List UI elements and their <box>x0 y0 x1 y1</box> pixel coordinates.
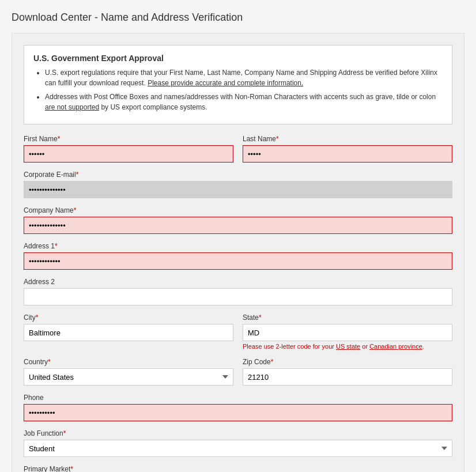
approval-box: U.S. Government Export Approval U.S. exp… <box>24 45 452 124</box>
zipcode-input[interactable] <box>243 368 452 386</box>
company-required: * <box>74 206 77 214</box>
zipcode-group: Zip Code* <box>243 358 452 386</box>
state-hint: Please use 2-letter code for your US sta… <box>243 343 452 350</box>
page-title: Download Center - Name and Address Verif… <box>12 12 464 24</box>
email-label: Corporate E-mail* <box>24 171 452 179</box>
zipcode-required: * <box>271 358 274 366</box>
job-function-label: Job Function* <box>24 429 452 437</box>
form-container: U.S. Government Export Approval U.S. exp… <box>12 33 464 472</box>
state-label: State* <box>243 314 452 322</box>
city-input[interactable] <box>24 324 233 341</box>
country-zip-row: Country* United States Canada United Kin… <box>24 358 452 386</box>
email-required: * <box>76 171 79 179</box>
email-group: Corporate E-mail* <box>24 171 452 198</box>
address1-input[interactable] <box>24 252 452 270</box>
primary-market-required: * <box>70 465 73 472</box>
first-name-input[interactable] <box>24 145 233 163</box>
accurate-info-link[interactable]: Please provide accurate and complete inf… <box>148 79 303 87</box>
country-group: Country* United States Canada United Kin… <box>24 358 233 386</box>
job-function-row: Job Function* Student Engineer Manager O… <box>24 429 452 457</box>
address2-input[interactable] <box>24 288 452 305</box>
address1-label: Address 1* <box>24 242 452 250</box>
city-group: City* <box>24 314 233 350</box>
city-state-row: City* State* Please use 2-letter code fo… <box>24 314 452 350</box>
city-label: City* <box>24 314 233 322</box>
state-group: State* Please use 2-letter code for your… <box>243 314 452 350</box>
country-select[interactable]: United States Canada United Kingdom Othe… <box>24 368 233 386</box>
us-state-link[interactable]: US state <box>336 343 360 350</box>
company-label: Company Name* <box>24 206 452 214</box>
state-input[interactable] <box>243 324 452 341</box>
phone-group: Phone <box>24 394 452 421</box>
not-supported-link[interactable]: are not supported <box>45 103 99 111</box>
address1-row: Address 1* <box>24 242 452 270</box>
address1-required: * <box>55 242 58 250</box>
canadian-province-link[interactable]: Canadian province <box>369 343 422 350</box>
last-name-group: Last Name* <box>243 135 452 163</box>
job-function-group: Job Function* Student Engineer Manager O… <box>24 429 452 457</box>
primary-market-label: Primary Market* <box>24 465 452 472</box>
phone-row: Phone <box>24 394 452 421</box>
primary-market-group: Primary Market* Test and Measurement Com… <box>24 465 452 472</box>
country-label: Country* <box>24 358 233 366</box>
name-row: First Name* Last Name* <box>24 135 452 163</box>
city-required: * <box>36 314 39 322</box>
country-required: * <box>48 358 51 366</box>
address2-row: Address 2 <box>24 278 452 305</box>
state-required: * <box>259 314 262 322</box>
approval-heading: U.S. Government Export Approval <box>33 54 443 63</box>
job-function-select[interactable]: Student Engineer Manager Other <box>24 440 452 457</box>
company-input[interactable] <box>24 217 452 234</box>
last-name-label: Last Name* <box>243 135 452 143</box>
email-input[interactable] <box>24 181 452 198</box>
approval-bullet-1: U.S. export regulations require that you… <box>45 67 443 88</box>
first-name-required: * <box>58 135 61 143</box>
company-row: Company Name* <box>24 206 452 234</box>
address2-label: Address 2 <box>24 278 452 286</box>
last-name-required: * <box>276 135 279 143</box>
phone-label: Phone <box>24 394 452 402</box>
first-name-label: First Name* <box>24 135 233 143</box>
address1-group: Address 1* <box>24 242 452 270</box>
job-function-required: * <box>63 429 66 437</box>
company-group: Company Name* <box>24 206 452 234</box>
address2-group: Address 2 <box>24 278 452 305</box>
email-row: Corporate E-mail* <box>24 171 452 198</box>
phone-input[interactable] <box>24 404 452 421</box>
zipcode-label: Zip Code* <box>243 358 452 366</box>
first-name-group: First Name* <box>24 135 233 163</box>
last-name-input[interactable] <box>243 145 452 163</box>
approval-bullet-2: Addresses with Post Office Boxes and nam… <box>45 92 443 112</box>
primary-market-row: Primary Market* Test and Measurement Com… <box>24 465 452 472</box>
